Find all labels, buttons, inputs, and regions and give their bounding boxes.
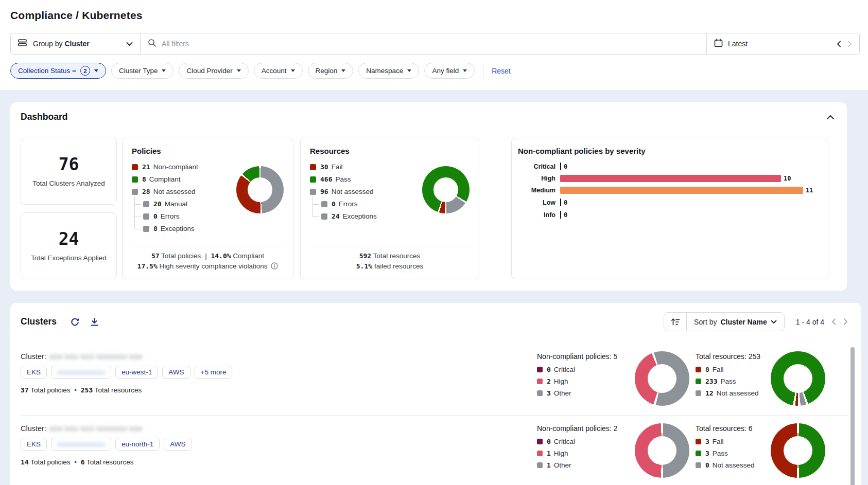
resources-footer: 592 Total resources5.1% failed resources <box>310 246 470 272</box>
cluster-name-line: Cluster:xxx-xxx-xx1-xxxxxxx-xxx <box>21 424 537 433</box>
chevron-down-icon <box>162 69 166 72</box>
cluster-name-redacted: xxx-xxx-xx1-xxxxxxx-xxx <box>49 352 143 361</box>
legend-label: Exceptions <box>161 225 195 232</box>
page-title: Compliance / Kubernetes <box>10 9 858 22</box>
chart-group-legend: 3Fail3Pass0Not assessed <box>696 438 771 469</box>
pagination-label: 1 - 4 of 4 <box>796 318 824 326</box>
severity-zero-tick <box>560 211 561 219</box>
filter-chip-account[interactable]: Account <box>254 63 303 79</box>
download-button[interactable] <box>90 317 99 327</box>
sort-by-value: Cluster Name <box>720 318 767 326</box>
chip-label: Any field <box>432 67 459 75</box>
chip-count-badge: 2 <box>80 66 90 76</box>
page-next-button[interactable] <box>843 318 848 325</box>
value-label: Total policies <box>161 252 201 260</box>
legend-color-swatch <box>132 176 138 183</box>
filter-chip-region[interactable]: Region <box>308 63 354 79</box>
refresh-button[interactable] <box>70 317 80 327</box>
legend-label: Other <box>554 389 571 397</box>
sort-by-select[interactable]: Sort by Cluster Name <box>687 313 784 331</box>
filter-bar: Group by Cluster Latest <box>10 33 860 55</box>
value-number: 14 <box>21 458 29 466</box>
date-next-button[interactable] <box>847 41 852 47</box>
legend-value: 8 <box>142 175 146 183</box>
collapse-dashboard-button[interactable] <box>826 115 835 120</box>
filter-chip-namespace[interactable]: Namespace <box>358 63 419 79</box>
legend-color-swatch <box>537 390 543 396</box>
value-label: Total resources <box>95 386 142 394</box>
info-icon <box>271 262 278 270</box>
legend-label: Manual <box>165 200 187 208</box>
legend-color-swatch <box>696 379 701 384</box>
legend-value: 1 <box>547 450 551 457</box>
legend-value: 3 <box>705 450 709 457</box>
cluster-summary: 14 Total policies • 6 Total resources <box>21 458 537 466</box>
calendar-icon <box>714 39 723 49</box>
stats-column: 76 Total Clusters Analyzed 24 Total Exce… <box>21 138 117 279</box>
legend-color-swatch <box>143 201 149 207</box>
date-prev-button[interactable] <box>837 41 841 47</box>
group-by-select[interactable]: Group by Cluster <box>11 33 141 54</box>
date-range-picker[interactable]: Latest <box>706 33 859 54</box>
severity-bar-chart: Critical0High10Medium11Low0Info0 <box>518 163 819 223</box>
legend-item: 0Errors <box>134 212 236 220</box>
divider: • <box>74 386 77 394</box>
cluster-summary: 37 Total policies • 253 Total resources <box>21 386 537 394</box>
legend-value: 2 <box>547 378 551 385</box>
divider: | <box>205 252 207 260</box>
content-area: Dashboard 76 Total Clusters Analyzed 24 … <box>0 90 868 485</box>
legend-sub-items: 20Manual0Errors8Exceptions <box>134 200 236 232</box>
legend-value: 28 <box>142 188 150 195</box>
legend-item: 3Pass <box>696 450 771 457</box>
legend-item: 0Critical <box>537 366 635 373</box>
severity-value: 0 <box>564 199 567 206</box>
legend-item: 3Other <box>537 389 635 397</box>
severity-value: 0 <box>564 211 567 219</box>
cluster-tag: EKS <box>21 366 47 379</box>
severity-label: High <box>518 175 555 182</box>
group-by-icon <box>18 39 27 49</box>
filter-chip-any-field[interactable]: Any field <box>424 63 475 79</box>
footer-line: 592 Total resources <box>310 251 470 261</box>
cluster-name-redacted: xxx-xxx-xx1-xxxxxxx-xxx <box>49 424 143 433</box>
scrollbar-track <box>850 347 855 485</box>
page-prev-button[interactable] <box>831 318 836 325</box>
legend-label: Fail <box>713 438 724 445</box>
scrollbar-thumb[interactable] <box>850 347 855 485</box>
all-filters-search <box>141 33 706 54</box>
filter-chip-cluster-type[interactable]: Cluster Type <box>111 63 174 79</box>
cluster-chart-group: Non-compliant policies: 50Critical2High3… <box>537 351 689 406</box>
total-clusters-value: 76 <box>59 154 79 174</box>
cluster-chart-group: Non-compliant policies: 20Critical1High1… <box>537 423 689 478</box>
sort-icon[interactable] <box>664 313 687 331</box>
sort-control[interactable]: Sort by Cluster Name <box>664 312 785 331</box>
cluster-tag: eu-west-1 <box>115 366 158 379</box>
legend-label: Exceptions <box>343 212 377 220</box>
cluster-tag[interactable]: +5 more <box>195 366 233 379</box>
chip-label: Cluster Type <box>119 67 158 75</box>
legend-value: 0 <box>332 200 336 208</box>
noncompliant-policies-donut-chart <box>635 423 689 478</box>
filter-chip-cloud-provider[interactable]: Cloud Provider <box>179 63 248 79</box>
chevron-down-icon <box>463 69 467 72</box>
resources-legend: 30Fail466Pass96Not assessed0Errors24Exce… <box>310 163 422 220</box>
total-exceptions-label: Total Exceptions Applied <box>31 254 106 263</box>
legend-color-swatch <box>143 213 149 220</box>
severity-value: 11 <box>806 187 813 194</box>
group-by-label: Group by Cluster <box>33 40 126 48</box>
reset-filters-link[interactable]: Reset <box>492 67 511 75</box>
legend-item: 96Not assessed <box>310 188 422 195</box>
filter-chip-collection-status[interactable]: Collection Status = 2 <box>10 63 106 79</box>
chevron-down-icon <box>237 69 241 72</box>
legend-sub-items: 0Errors24Exceptions <box>313 200 422 220</box>
legend-color-swatch <box>537 439 543 444</box>
chevron-down-icon <box>341 69 345 72</box>
legend-color-swatch <box>310 189 316 195</box>
severity-row: Info0 <box>518 211 819 219</box>
severity-panel: Non-compliant policies by severity Criti… <box>511 138 828 279</box>
legend-color-swatch <box>310 176 316 183</box>
legend-value: 0 <box>705 461 709 469</box>
search-input[interactable] <box>162 40 699 48</box>
chevron-down-icon <box>94 69 98 72</box>
sort-by-label: Sort by <box>694 318 717 326</box>
